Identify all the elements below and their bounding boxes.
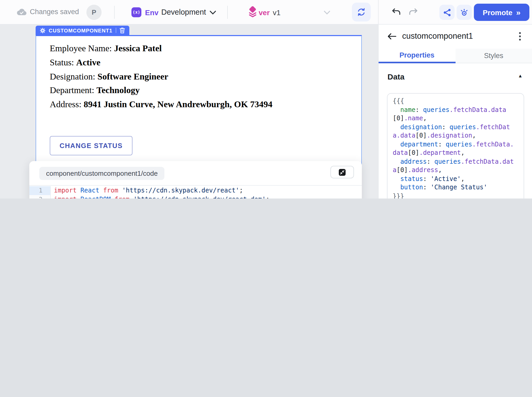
employee-field: Designation: Software Engineer bbox=[50, 70, 272, 84]
inspector-sidebar: customcomponent1 Properties Styles Data … bbox=[378, 25, 532, 199]
chevron-down-icon[interactable] bbox=[209, 10, 216, 15]
kebab-menu-icon[interactable] bbox=[519, 32, 521, 41]
undo-button[interactable] bbox=[391, 7, 402, 16]
promote-label: Promote bbox=[483, 8, 513, 16]
employee-field: Status: Active bbox=[50, 56, 272, 70]
data-binding-line: }}} bbox=[393, 192, 518, 199]
topbar: Changes saved P (x) Env Development ver … bbox=[0, 0, 532, 25]
ver-label: ver bbox=[259, 8, 270, 17]
collapse-triangle-icon[interactable]: ▲ bbox=[518, 73, 523, 78]
data-binding-line: data[0].department, bbox=[393, 149, 518, 157]
employee-field: Address: 8941 Justin Curve, New Andrewbu… bbox=[50, 98, 272, 112]
version-layers-icon bbox=[248, 6, 257, 18]
data-binding-line: department: queries.fetchData. bbox=[393, 140, 518, 149]
code-editor-panel: component/customcomponent1/code 1import … bbox=[29, 161, 362, 199]
code-line: 1import React from 'https://cdn.skypack.… bbox=[29, 186, 362, 195]
back-arrow-icon[interactable] bbox=[387, 33, 396, 40]
data-binding-line: button: 'Change Status' bbox=[393, 183, 518, 192]
code-editor-header: component/customcomponent1/code bbox=[29, 161, 362, 186]
collapse-editor-button[interactable] bbox=[330, 166, 354, 178]
data-binding-line: status: 'Active', bbox=[393, 174, 518, 183]
data-binding-line: name: queries.fetchData.data bbox=[393, 105, 518, 114]
tooljet-app-builder: Changes saved P (x) Env Development ver … bbox=[0, 0, 532, 199]
change-status-button[interactable]: CHANGE STATUS bbox=[50, 136, 132, 155]
compress-icon bbox=[339, 169, 346, 175]
employee-field: Department: Technology bbox=[50, 84, 272, 98]
divider bbox=[227, 6, 228, 19]
version-selector[interactable]: v1 bbox=[273, 8, 281, 17]
tab-styles[interactable]: Styles bbox=[455, 49, 532, 63]
trash-icon[interactable] bbox=[119, 27, 125, 33]
double-chevron-right-icon: » bbox=[516, 8, 520, 17]
share-icon bbox=[443, 8, 451, 16]
share-button[interactable] bbox=[439, 5, 455, 20]
gear-icon[interactable] bbox=[40, 27, 46, 33]
data-binding-line: a[0].address, bbox=[393, 166, 518, 174]
cloud-check-icon bbox=[17, 8, 27, 16]
component-title: customcomponent1 bbox=[402, 31, 473, 41]
employee-info: Employee Name: Jessica PatelStatus: Acti… bbox=[50, 42, 272, 112]
refresh-button[interactable] bbox=[352, 3, 371, 21]
code-line: 2import ReactDOM from 'https://cdn.skypa… bbox=[29, 195, 362, 199]
chevron-down-icon[interactable] bbox=[324, 10, 330, 15]
redo-button[interactable] bbox=[408, 7, 418, 16]
changes-saved-status: Changes saved bbox=[30, 8, 79, 16]
data-section-title: Data bbox=[387, 72, 404, 81]
env-selector[interactable]: Development bbox=[161, 8, 206, 16]
widget-name-label: CUSTOMCOMPONENT1 bbox=[49, 27, 112, 33]
data-binding-line: a.data[0].designation, bbox=[393, 131, 518, 140]
data-binding-line: [0].name, bbox=[393, 114, 518, 123]
employee-field: Employee Name: Jessica Patel bbox=[50, 42, 272, 56]
data-binding-editor[interactable]: {{{ name: queries.fetchData.data[0].name… bbox=[387, 93, 524, 199]
topbar-right: Promote » bbox=[378, 0, 532, 24]
promote-button[interactable]: Promote » bbox=[474, 4, 529, 21]
tab-properties[interactable]: Properties bbox=[379, 49, 455, 63]
env-icon: (x) bbox=[131, 7, 141, 17]
code-path-breadcrumb: component/customcomponent1/code bbox=[39, 167, 164, 180]
divider bbox=[114, 6, 115, 19]
widget-config-handle[interactable]: CUSTOMCOMPONENT1 bbox=[36, 26, 129, 35]
data-binding-line: {{{ bbox=[393, 97, 518, 105]
avatar[interactable]: P bbox=[86, 5, 102, 20]
env-label: Env bbox=[145, 8, 158, 17]
eye-icon bbox=[460, 8, 469, 16]
divider bbox=[115, 28, 116, 33]
preview-button[interactable] bbox=[457, 5, 472, 20]
refresh-icon bbox=[357, 8, 365, 16]
data-binding-line: address: queries.fetchData.dat bbox=[393, 157, 518, 166]
data-binding-line: designation: queries.fetchDat bbox=[393, 123, 518, 131]
inspector-tabs: Properties Styles bbox=[379, 49, 532, 63]
code-editor[interactable]: 1import React from 'https://cdn.skypack.… bbox=[29, 185, 362, 199]
